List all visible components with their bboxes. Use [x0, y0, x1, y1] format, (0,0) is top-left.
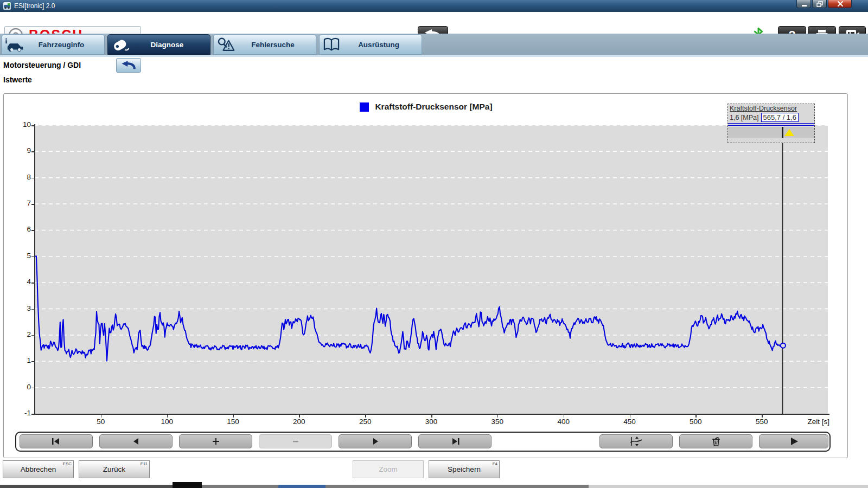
play-icon	[787, 437, 800, 446]
tab-strip-underline	[0, 55, 868, 57]
skip-start-icon	[50, 437, 63, 446]
breadcrumb-subtitle: Istwerte	[3, 75, 32, 84]
close-button[interactable]	[828, 0, 852, 8]
chart-toolbar	[15, 432, 831, 452]
measurement-tooltip[interactable]: Kraftstoff-Drucksensor 1,6 [MPa] 565,7 /…	[727, 104, 815, 143]
y-tick-label: 8	[7, 173, 31, 181]
x-axis	[35, 414, 829, 415]
minus-icon	[289, 437, 302, 446]
skip-start-button[interactable]	[20, 434, 93, 448]
tooltip-cursor-readout: 565,7 / 1,6	[761, 113, 799, 122]
x-tick-label: 300	[416, 418, 446, 426]
y-tick-label: 3	[7, 304, 31, 312]
tab-fehlersuche[interactable]: Fehlersuche	[213, 34, 316, 55]
save-key: F4	[493, 461, 497, 466]
y-tick-mark	[31, 151, 34, 152]
x-tick-mark	[762, 414, 763, 418]
app-icon	[3, 2, 11, 10]
x-tick-label: 500	[680, 418, 711, 426]
x-tick-mark	[630, 414, 631, 418]
tab-label: Ausrüstung	[343, 41, 422, 49]
zoom-label: Zoom	[379, 465, 398, 473]
x-tick-mark	[101, 414, 102, 418]
tab-diagnose[interactable]: Diagnose	[107, 34, 210, 55]
book-icon	[320, 37, 343, 52]
undo-arrow-icon	[120, 60, 137, 70]
legend-label: Kraftstoff-Drucksensor [MPa]	[375, 102, 492, 112]
x-axis-title: Zeit [s]	[792, 418, 829, 426]
trash-icon	[711, 436, 722, 446]
minimize-button[interactable]	[796, 0, 811, 8]
taskbar-segment	[0, 485, 173, 488]
x-tick-mark	[365, 414, 366, 418]
y-tick-mark	[31, 178, 34, 179]
back-label: Zurück	[103, 465, 125, 473]
taskbar-item-active[interactable]	[278, 485, 326, 488]
y-tick-mark	[31, 361, 34, 362]
tab-label: Fehlersuche	[238, 41, 316, 49]
step-forward-icon	[369, 437, 382, 446]
y-tick-label: 0	[7, 383, 31, 391]
tooltip-current-value: 1,6 [MPa]	[730, 114, 759, 121]
x-tick-mark	[167, 414, 168, 418]
restore-button[interactable]	[812, 0, 827, 8]
curve-scale-icon	[629, 436, 644, 446]
y-tick-label: 10	[7, 120, 31, 129]
taskbar-item[interactable]	[173, 482, 202, 488]
x-tick-label: 150	[218, 418, 248, 426]
x-tick-mark	[564, 414, 565, 418]
back-button[interactable]: Zurück F11	[79, 460, 150, 478]
skip-end-button[interactable]	[418, 434, 492, 448]
zoom-button: Zoom	[353, 460, 424, 478]
tooltip-cursor-line	[782, 127, 783, 138]
header-band: BOSCH MITSUBISHI / Carisma 1.8 GDI Hatch…	[0, 12, 868, 34]
tab-ausruestung[interactable]: Ausrüstung	[319, 34, 422, 55]
y-tick-label: 4	[7, 278, 31, 286]
x-tick-mark	[299, 414, 300, 418]
delete-button[interactable]	[679, 434, 752, 448]
tooltip-marker-triangle[interactable]	[784, 129, 794, 136]
step-forward-button[interactable]	[339, 434, 412, 448]
play-button[interactable]	[759, 434, 828, 448]
auto-scale-button[interactable]	[599, 434, 673, 448]
y-tick-mark	[31, 335, 34, 336]
x-tick-label: 250	[350, 418, 380, 426]
chart-legend: Kraftstoff-Drucksensor [MPa]	[4, 102, 848, 112]
y-tick-label: 9	[7, 146, 31, 155]
plus-icon	[209, 437, 222, 446]
zoom-in-button[interactable]	[179, 434, 252, 448]
y-tick-mark	[31, 256, 34, 258]
breadcrumb-back-button[interactable]	[116, 58, 141, 73]
save-label: Speichern	[448, 465, 481, 473]
y-tick-mark	[31, 309, 34, 310]
x-tick-mark	[695, 414, 697, 418]
x-tick-label: 550	[746, 418, 777, 426]
y-tick-mark	[31, 204, 34, 205]
tooltip-blue-rule	[728, 123, 814, 126]
cancel-button[interactable]: Abbrechen ESC	[3, 460, 74, 478]
plot-area[interactable]	[35, 125, 828, 414]
breadcrumb-title: Motorsteuerung / GDI	[3, 61, 81, 69]
step-back-icon	[130, 437, 143, 446]
x-tick-label: 400	[548, 418, 579, 426]
step-back-button[interactable]	[99, 434, 173, 448]
x-tick-label: 50	[86, 418, 116, 426]
y-axis	[34, 124, 35, 415]
y-tick-label: 5	[7, 252, 31, 260]
x-tick-label: 350	[482, 418, 513, 426]
car-info-icon	[2, 37, 26, 52]
legend-color-swatch	[360, 102, 369, 112]
y-tick-label: 1	[7, 356, 31, 364]
x-tick-label: 450	[615, 418, 645, 426]
save-button[interactable]: Speichern F4	[429, 460, 500, 478]
tab-label: Fahrzeuginfo	[26, 41, 104, 49]
back-key: F11	[141, 461, 148, 466]
x-tick-label: 100	[152, 418, 182, 426]
y-tick-mark	[31, 282, 34, 284]
window-title: ESI[tronic] 2.0	[14, 0, 55, 12]
taskbar-segment	[589, 485, 868, 488]
tab-fahrzeuginfo[interactable]: Fahrzeuginfo	[2, 34, 105, 55]
cancel-label: Abbrechen	[21, 465, 56, 473]
cancel-key: ESC	[63, 461, 72, 466]
search-warning-icon	[214, 37, 238, 52]
